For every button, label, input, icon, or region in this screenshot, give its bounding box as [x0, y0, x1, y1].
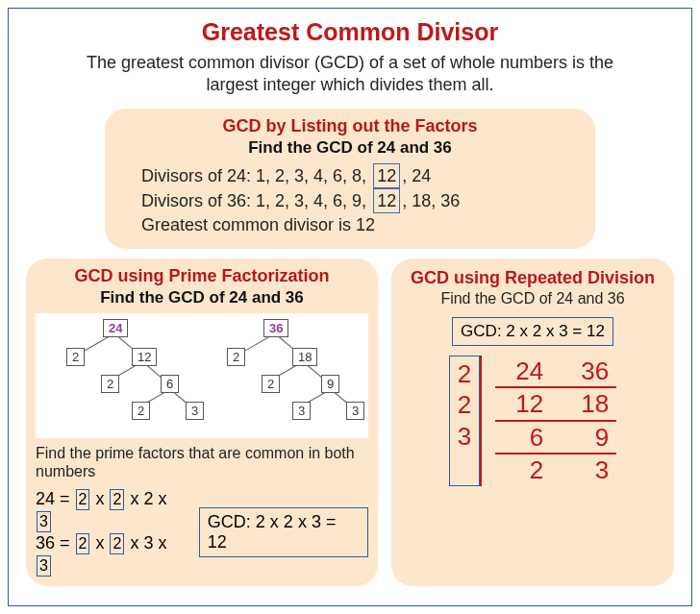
listing-subtitle: Find the GCD of 24 and 36: [120, 138, 580, 158]
prime-gcd-result: GCD: 2 x 2 x 3 = 12: [199, 507, 368, 557]
tree-node: 12: [132, 348, 157, 366]
tree-node: 36: [263, 319, 288, 337]
tree-node: 9: [321, 375, 339, 393]
division-table: 2 2 3 2436 1218 69 23: [405, 356, 661, 486]
divisors-36: Divisors of 36: 1, 2, 3, 4, 6, 9, 12, 18…: [141, 188, 559, 213]
repeated-gcd-result: GCD: 2 x 2 x 3 = 12: [452, 317, 613, 346]
tree-node: 3: [186, 402, 204, 420]
division-divisors: 2 2 3: [449, 356, 480, 486]
listing-title: GCD by Listing out the Factors: [120, 116, 580, 136]
tree-node: 2: [227, 348, 245, 366]
listing-card: GCD by Listing out the Factors Find the …: [105, 109, 595, 249]
prime-equations: 24 = 2 x 2 x 2 x 3 36 = 2 x 2 x 3 x 3 GC…: [36, 488, 368, 577]
page-title: Greatest Common Divisor: [26, 18, 674, 46]
repeated-subtitle: Find the GCD of 24 and 36: [405, 290, 661, 307]
tree-36: 36 2 18 2 9 3 3: [204, 319, 364, 430]
prime-card: GCD using Prime Factorization Find the G…: [26, 258, 378, 586]
division-values: 2436 1218 69 23: [480, 356, 616, 486]
divisors-24: Divisors of 24: 1, 2, 3, 4, 6, 8, 12, 24: [141, 163, 559, 188]
page-frame: Greatest Common Divisor The greatest com…: [8, 8, 692, 606]
listing-result: Greatest common divisor is 12: [141, 213, 559, 236]
tree-node: 2: [66, 348, 85, 366]
highlight-12: 12: [373, 188, 400, 213]
prime-note: Find the prime factors that are common i…: [36, 444, 368, 480]
tree-node: 2: [132, 402, 150, 420]
prime-subtitle: Find the GCD of 24 and 36: [36, 288, 368, 307]
tree-24: 24 2 12 2 6 2 3: [39, 319, 200, 430]
tree-node: 3: [346, 402, 364, 420]
listing-body: Divisors of 24: 1, 2, 3, 4, 6, 8, 12, 24…: [120, 163, 580, 237]
repeated-title: GCD using Repeated Division: [405, 268, 661, 288]
eq-24: 24 = 2 x 2 x 2 x 3: [36, 488, 188, 532]
tree-node: 2: [101, 375, 119, 393]
tree-node: 6: [161, 375, 179, 393]
repeated-card: GCD using Repeated Division Find the GCD…: [391, 258, 674, 586]
prime-title: GCD using Prime Factorization: [36, 266, 368, 286]
factor-trees: 24 2 12 2 6 2 3 36: [36, 313, 368, 438]
eq-36: 36 = 2 x 2 x 3 x 3: [36, 532, 188, 577]
highlight-12: 12: [373, 163, 400, 188]
tree-node: 2: [262, 375, 280, 393]
tree-node: 18: [292, 348, 317, 366]
intro-text: The greatest common divisor (GCD) of a s…: [26, 52, 674, 109]
tree-node: 24: [103, 319, 128, 337]
tree-node: 3: [292, 402, 311, 420]
